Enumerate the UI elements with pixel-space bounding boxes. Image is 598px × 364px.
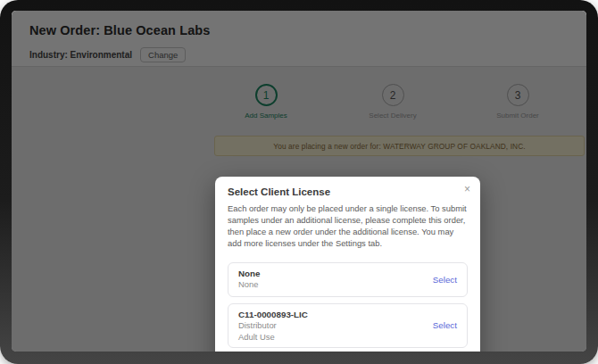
license-card-c11: C11-0000893-LIC Distributor Adult Use Se… (228, 303, 468, 348)
close-icon[interactable]: × (464, 184, 470, 194)
app-screen: New Order: Blue Ocean Labs Industry: Env… (12, 11, 586, 352)
modal-title: Select Client License (228, 186, 468, 197)
modal-body-text: Each order may only be placed under a si… (228, 203, 468, 250)
select-license-link[interactable]: Select (433, 275, 457, 285)
license-card-none: None None Select (228, 262, 468, 297)
license-name: C11-0000893-LIC (238, 310, 308, 319)
license-type: None (238, 279, 261, 289)
window-frame: New Order: Blue Ocean Labs Industry: Env… (0, 0, 598, 364)
license-info: None None (238, 269, 261, 291)
license-list: None None Select C11-0000893-LIC Distrib… (228, 262, 468, 348)
select-client-license-modal: Select Client License × Each order may o… (215, 177, 480, 352)
select-license-link[interactable]: Select (433, 320, 457, 330)
license-info: C11-0000893-LIC Distributor Adult Use (238, 310, 308, 342)
license-name: None (238, 269, 261, 278)
license-use: Adult Use (238, 332, 308, 342)
license-type: Distributor (238, 320, 308, 330)
